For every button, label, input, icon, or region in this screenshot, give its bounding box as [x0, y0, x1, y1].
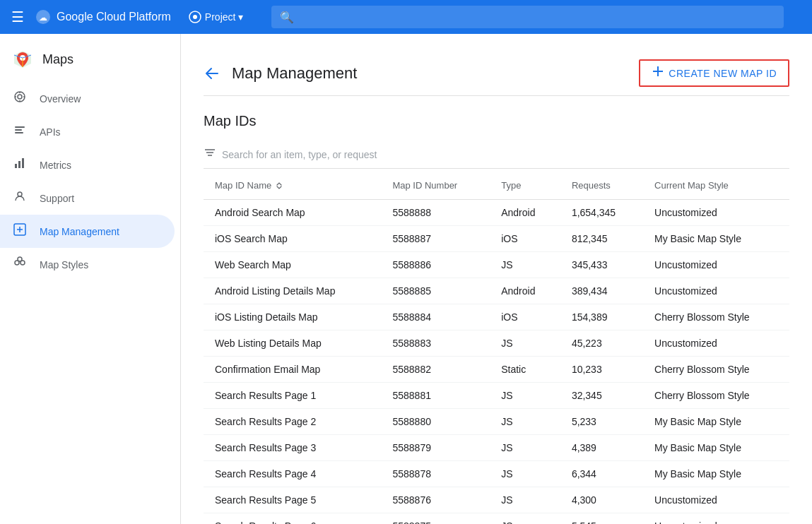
cell-style: Cherry Blossom Style	[643, 383, 789, 409]
cell-number: 5588883	[381, 331, 490, 357]
cell-name: Search Results Page 4	[204, 461, 381, 487]
cell-requests: 10,233	[560, 357, 643, 383]
cell-type: JS	[490, 331, 560, 357]
sidebar-item-support[interactable]: Support	[0, 181, 175, 215]
cell-type: iOS	[490, 304, 560, 331]
app-title: ☁ Google Cloud Platform	[35, 9, 171, 25]
svg-rect-25	[653, 71, 663, 72]
table-row[interactable]: Search Results Page 2 5588880 JS 5,233 M…	[204, 409, 789, 435]
cell-name: Search Results Page 3	[204, 435, 381, 461]
cell-name: iOS Listing Details Map	[204, 304, 381, 331]
table-row[interactable]: Search Results Page 1 5588881 JS 32,345 …	[204, 383, 789, 409]
col-header-style: Current Map Style	[643, 172, 789, 200]
svg-rect-14	[15, 129, 22, 131]
maps-app-icon	[11, 48, 34, 71]
cell-name: Search Results Page 5	[204, 487, 381, 513]
svg-rect-13	[15, 126, 25, 128]
apis-icon	[11, 124, 28, 140]
cell-type: JS	[490, 435, 560, 461]
search-input[interactable]	[300, 11, 775, 23]
cell-requests: 4,300	[560, 487, 643, 513]
svg-text:☁: ☁	[39, 13, 47, 23]
project-icon	[188, 10, 202, 24]
table-row[interactable]: Confirmation Email Map 5588882 Static 10…	[204, 357, 789, 383]
support-icon	[11, 190, 28, 206]
sidebar-item-map-management-label: Map Management	[40, 226, 119, 237]
create-new-map-id-button[interactable]: CREATE NEW MAP ID	[639, 59, 789, 87]
map-styles-icon	[11, 256, 28, 273]
sidebar-item-metrics[interactable]: Metrics	[0, 148, 175, 181]
sidebar-item-metrics-label: Metrics	[40, 160, 71, 171]
cell-name: Web Search Map	[204, 252, 381, 278]
col-header-name[interactable]: Map ID Name	[204, 172, 381, 200]
cell-type: JS	[490, 513, 560, 525]
search-icon: 🔍	[280, 11, 294, 24]
cell-requests: 4,389	[560, 435, 643, 461]
cell-number: 5588888	[381, 200, 490, 226]
cell-style: My Basic Map Style	[643, 409, 789, 435]
table-row[interactable]: iOS Listing Details Map 5588884 iOS 154,…	[204, 304, 789, 331]
sidebar-item-overview-label: Overview	[40, 93, 81, 105]
col-header-requests: Requests	[560, 172, 643, 200]
cell-requests: 6,344	[560, 461, 643, 487]
svg-point-23	[18, 257, 22, 261]
sidebar-item-overview[interactable]: Overview	[0, 82, 175, 115]
table-row[interactable]: Android Search Map 5588888 Android 1,654…	[204, 200, 789, 226]
cell-name: Search Results Page 2	[204, 409, 381, 435]
cell-number: 5588884	[381, 304, 490, 331]
col-header-number: Map ID Number	[381, 172, 490, 200]
sidebar-item-apis[interactable]: APIs	[0, 115, 175, 148]
cell-requests: 45,223	[560, 331, 643, 357]
table-row[interactable]: Android Listing Details Map 5588885 Andr…	[204, 278, 789, 304]
cell-name: Search Results Page 6	[204, 513, 381, 525]
cell-style: Cherry Blossom Style	[643, 304, 789, 331]
cell-requests: 1,654,345	[560, 200, 643, 226]
cell-style: Uncustomized	[643, 513, 789, 525]
sidebar-item-map-management[interactable]: Map Management	[0, 215, 175, 248]
cell-number: 5588880	[381, 409, 490, 435]
search-placeholder-text: Search for an item, type, or request	[222, 149, 377, 160]
cell-style: Uncustomized	[643, 200, 789, 226]
table-row[interactable]: Search Results Page 3 5588879 JS 4,389 M…	[204, 435, 789, 461]
main-layout: Maps Overview APIs Metrics Support	[0, 34, 812, 524]
sidebar-item-apis-label: APIs	[40, 126, 61, 138]
sidebar: Maps Overview APIs Metrics Support	[0, 34, 181, 524]
table-row[interactable]: Web Listing Details Map 5588883 JS 45,22…	[204, 331, 789, 357]
cell-type: JS	[490, 409, 560, 435]
cell-number: 5588879	[381, 435, 490, 461]
table-search-bar[interactable]: Search for an item, type, or request	[204, 141, 789, 169]
sidebar-item-support-label: Support	[40, 193, 74, 204]
sidebar-app-header: Maps	[0, 40, 180, 82]
menu-icon[interactable]: ☰	[11, 8, 24, 25]
project-selector[interactable]: Project ▾	[188, 10, 244, 24]
cell-style: Uncustomized	[643, 331, 789, 357]
table-header: Map ID Name Map ID Number Type Requests …	[204, 172, 789, 200]
cell-style: My Basic Map Style	[643, 226, 789, 252]
svg-rect-18	[22, 158, 24, 168]
back-button[interactable]	[204, 65, 220, 82]
table-row[interactable]: Search Results Page 5 5588876 JS 4,300 U…	[204, 487, 789, 513]
table-row[interactable]: Search Results Page 6 5588875 JS 5,545 U…	[204, 513, 789, 525]
sidebar-app-name: Maps	[42, 52, 73, 67]
page-header: Map Management CREATE NEW MAP ID	[204, 51, 789, 96]
cell-name: iOS Search Map	[204, 226, 381, 252]
sidebar-item-map-styles[interactable]: Map Styles	[0, 248, 175, 281]
search-bar[interactable]: 🔍	[271, 6, 784, 28]
svg-point-19	[18, 192, 22, 196]
table-row[interactable]: Web Search Map 5588886 JS 345,433 Uncust…	[204, 252, 789, 278]
map-ids-table: Map ID Name Map ID Number Type Requests …	[204, 172, 789, 524]
svg-rect-17	[18, 161, 20, 168]
page-title: Map Management	[232, 64, 628, 83]
metrics-icon	[11, 157, 28, 173]
col-header-type: Type	[490, 172, 560, 200]
table-row[interactable]: iOS Search Map 5588887 iOS 812,345 My Ba…	[204, 226, 789, 252]
google-cloud-icon: ☁	[35, 9, 51, 25]
cell-style: Uncustomized	[643, 278, 789, 304]
table-row[interactable]: Search Results Page 4 5588878 JS 6,344 M…	[204, 461, 789, 487]
cell-type: JS	[490, 487, 560, 513]
sidebar-item-map-styles-label: Map Styles	[40, 259, 88, 270]
cell-style: Uncustomized	[643, 252, 789, 278]
filter-icon	[204, 146, 216, 162]
section-title: Map IDs	[204, 113, 789, 129]
cell-number: 5588885	[381, 278, 490, 304]
